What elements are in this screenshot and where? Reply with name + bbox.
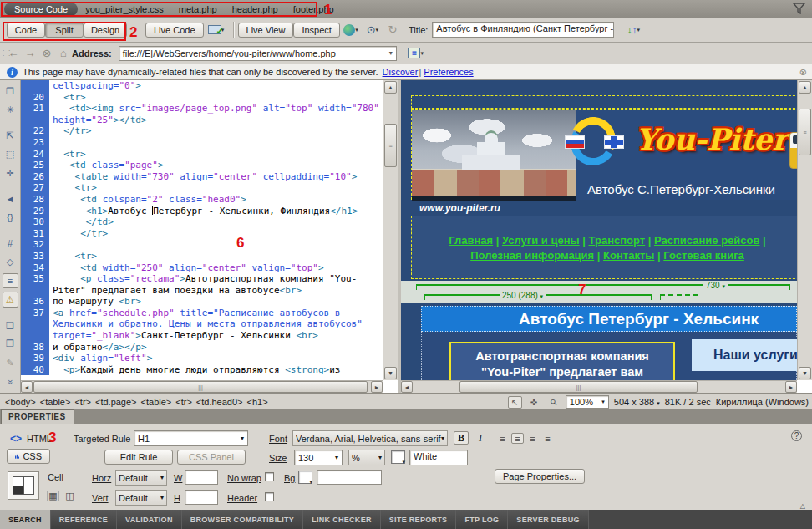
site-menu-link[interactable]: Полезная информация (470, 249, 594, 262)
edit-rule-button[interactable]: Edit Rule (104, 450, 173, 465)
size-select[interactable]: 130▾ (294, 450, 343, 465)
code-line[interactable]: 30 </td> (21, 216, 383, 228)
view-options-icon[interactable]: ≣ ▾ (403, 45, 429, 62)
tag-selector-item[interactable]: <table> (141, 397, 172, 407)
tag-selector-item[interactable]: <td.page> (95, 397, 137, 407)
code-navigator-icon[interactable]: ✳ (3, 103, 18, 119)
results-tab-reference[interactable]: REFERENCE (51, 510, 117, 529)
code-line[interactable]: 23 (21, 137, 383, 149)
apply-comment-icon[interactable]: ❑ (3, 318, 18, 333)
code-line[interactable]: 26 <table width="730" align="center" cel… (21, 171, 383, 183)
code-line[interactable]: 33 <tr> (21, 251, 383, 262)
design-view[interactable]: You-Piter Автобус С.Петербург-Хельсинки … (401, 80, 797, 380)
preview-in-browser-icon[interactable]: ▾ (340, 22, 362, 38)
merge-cells-icon[interactable]: ▦ (47, 491, 59, 501)
code-line[interactable]: cellspacing="0"> (21, 80, 383, 92)
refresh-icon[interactable]: ↻ (383, 22, 402, 38)
code-line[interactable]: 21 <td><img src="images/page_top.png" al… (21, 103, 383, 125)
bold-button[interactable]: B (454, 431, 469, 445)
stop-icon[interactable]: ⊗ (38, 47, 55, 59)
results-tab-server-debug[interactable]: SERVER DEBUG (508, 510, 588, 529)
table-width-label-250[interactable]: 250 (288) ▾ (500, 291, 546, 300)
targeted-rule-select[interactable]: H1▾ (134, 430, 248, 446)
align-justify-icon[interactable]: ≡ (541, 433, 554, 444)
tag-selector-item[interactable]: <tr> (175, 397, 192, 407)
hand-tool-icon[interactable]: ✜ (527, 396, 541, 409)
text-color-input[interactable]: White (409, 450, 468, 465)
table-width-label-730[interactable]: 730 ▾ (703, 281, 728, 290)
select-tool-icon[interactable]: ↖ (508, 396, 522, 409)
address-dropdown-icon[interactable]: ▾ (389, 49, 393, 57)
properties-tab[interactable]: PROPERTIES (1, 409, 74, 424)
horz-select[interactable]: Default▾ (115, 470, 167, 486)
balance-braces-icon[interactable]: {} (3, 210, 18, 226)
vert-select[interactable]: Default▾ (115, 490, 167, 506)
open-documents-icon[interactable]: ❐ (3, 84, 18, 99)
code-line[interactable]: 28 <td colspan="2" class="head0"> (21, 194, 383, 206)
discover-link[interactable]: Discover (383, 67, 419, 77)
tag-selector-item[interactable]: <table> (40, 397, 71, 407)
design-hscroll-thumb[interactable]: ||| (459, 381, 698, 393)
format-source-icon[interactable]: ✎ (3, 355, 18, 371)
results-tab-validation[interactable]: VALIDATION (117, 510, 182, 529)
tag-selector-item[interactable]: <td.head0> (196, 397, 243, 407)
align-center-icon[interactable]: ≡ (511, 433, 524, 444)
results-tab-search[interactable]: SEARCH (0, 510, 51, 529)
split-cell-icon[interactable]: ◫ (63, 491, 76, 501)
header-checkbox[interactable] (265, 492, 274, 501)
help-icon[interactable]: ? (791, 430, 802, 441)
back-icon[interactable]: ← (5, 47, 22, 59)
code-line[interactable]: 35 <p class="reclama">Автотранспортная к… (21, 273, 383, 296)
code-line[interactable]: 38и обратно</a></p> (21, 342, 383, 354)
remove-comment-icon[interactable]: ❒ (3, 336, 18, 352)
results-tab-site-reports[interactable]: SITE REPORTS (381, 510, 457, 529)
filter-icon[interactable] (793, 3, 805, 16)
results-tab-ftp-log[interactable]: FTP LOG (456, 510, 508, 529)
scroll-down-icon[interactable]: ▼ (384, 367, 397, 379)
scroll-right-icon[interactable]: ► (785, 381, 797, 393)
code-line[interactable]: 24 <tr> (21, 149, 383, 160)
line-numbers-icon[interactable]: # (3, 236, 18, 252)
h-input[interactable] (185, 490, 218, 505)
design-horizontal-scrollbar[interactable]: ◄ ||| ► (401, 380, 797, 393)
code-line[interactable]: 39<div align="left"> (21, 353, 383, 364)
magnification-select[interactable]: 100%▾ (566, 395, 609, 409)
design-vertical-scrollbar[interactable]: ▲ ≡ ▼ (797, 80, 812, 380)
site-menu-link[interactable]: Услуги и цены (502, 234, 580, 247)
results-tab-link-checker[interactable]: LINK CHECKER (303, 510, 381, 529)
select-parent-tag-icon[interactable]: ◄ (3, 191, 18, 207)
tag-selector-item[interactable]: <tr> (74, 397, 91, 407)
site-menu-link[interactable]: Гостевая книга (663, 249, 744, 262)
site-menu-link[interactable]: Главная (449, 234, 493, 247)
scroll-down-icon[interactable]: ▼ (799, 367, 811, 379)
align-left-icon[interactable]: ≡ (496, 433, 509, 444)
code-line[interactable]: 31 </tr> (21, 228, 383, 240)
highlight-invalid-icon[interactable]: ◇ (3, 254, 18, 270)
results-tab-browser-compatibility[interactable]: BROWSER COMPATIBILITY (182, 510, 303, 529)
code-vertical-scrollbar[interactable]: ▲ ≡ ▼ (383, 80, 398, 380)
site-menu-link[interactable]: Контакты (603, 249, 654, 262)
home-icon[interactable]: ⌂ (55, 47, 72, 59)
tag-selector-item[interactable]: <h1> (247, 397, 268, 407)
scroll-up-icon[interactable]: ▲ (384, 81, 397, 94)
code-line[interactable]: 37<a href="schedule.php" title="Расписан… (21, 308, 383, 342)
code-vscroll-thumb[interactable]: ≡ (384, 124, 397, 167)
zoom-tool-icon[interactable]: ⚲ (544, 393, 563, 412)
code-line[interactable]: 32 (21, 239, 383, 251)
check-browser-compatibility-icon[interactable]: ✓ ▾ (204, 22, 229, 38)
text-color-swatch[interactable] (391, 450, 405, 464)
css-panel-button[interactable]: CSS Panel (177, 450, 246, 465)
code-horizontal-scrollbar[interactable]: ◄ ||| ► (21, 380, 383, 393)
design-vscroll-thumb[interactable]: ≡ (799, 109, 811, 155)
live-code-button[interactable]: Live Code (145, 23, 204, 38)
collapse-full-tag-icon[interactable]: ⇱ (3, 128, 18, 144)
collapse-panel-icon[interactable]: △ (800, 502, 805, 510)
window-size-select[interactable]: 504 x 388 ▾ (614, 397, 660, 407)
code-line[interactable]: 25 <td class="page"> (21, 160, 383, 171)
code-line[interactable]: 29 <h1>Автобус Петербург - Хельсинки, Фи… (21, 206, 383, 217)
title-input[interactable]: Автобус в Финляндию (Санкт Петербург - Х… (432, 22, 614, 38)
site-menu-link[interactable]: Расписание рейсов (654, 234, 759, 247)
live-view-button[interactable]: Live View (238, 23, 294, 38)
code-line[interactable]: 22 </tr> (21, 125, 383, 137)
forward-icon[interactable]: → (22, 47, 38, 59)
